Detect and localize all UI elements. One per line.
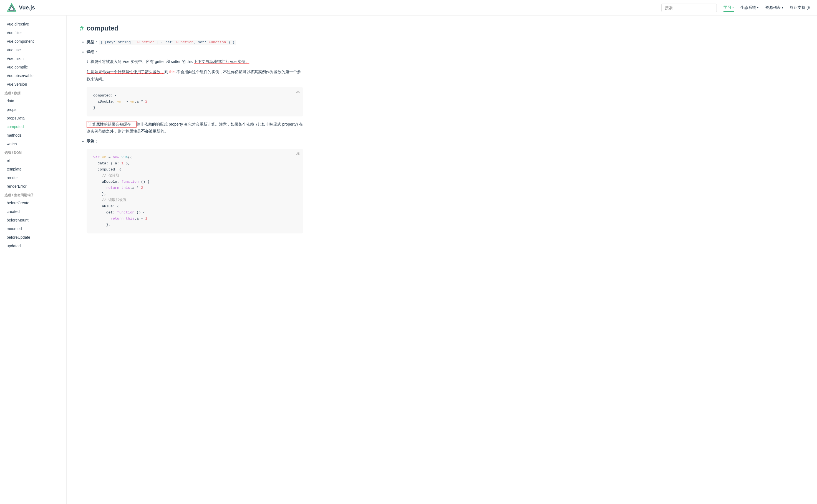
nav-eol[interactable]: 终止支持 (E	[790, 4, 810, 11]
detail-text-1: 计算属性将被混入到 Vue 实例中。所有 getter 和 setter 的 t…	[87, 58, 303, 65]
page-title: # computed	[80, 24, 303, 32]
type-section: 类型： { [key: string]: Function | { get: F…	[80, 39, 303, 233]
code2-line10: get: function () {	[93, 210, 296, 216]
note-text: 计算属性的结果会被缓存，除非依赖的响应式 property 变化才会重新计算。注…	[87, 121, 303, 135]
code2-line12: },	[93, 222, 296, 228]
code2-line1: var vm = new Vue({	[93, 154, 296, 161]
logo-text: Vue.js	[19, 4, 35, 11]
hash-symbol: #	[80, 24, 83, 32]
code-line-3: }	[93, 105, 296, 111]
search-container	[661, 4, 717, 12]
detail-text-2: 注意如果你为一个计算属性使用了箭头函数，则 this 不会指向这个组件的实例，不…	[87, 68, 303, 82]
sidebar-item-vue-compile[interactable]: Vue.compile	[0, 63, 66, 72]
sidebar-item-mounted[interactable]: mounted	[0, 225, 66, 233]
header-nav: 学习 ▾ 生态系统 ▾ 资源列表 ▾ 终止支持 (E	[724, 4, 810, 12]
sidebar-item-vue-filter[interactable]: Vue.filter	[0, 29, 66, 37]
sidebar-group-dom: el template render renderError	[0, 156, 66, 191]
sidebar-section-lifecycle: 选项 / 生命周期钩子	[0, 191, 66, 199]
sidebar-item-computed[interactable]: computed	[0, 123, 66, 131]
sidebar-item-vue-directive[interactable]: Vue.directive	[0, 20, 66, 29]
example-label: 示例	[87, 139, 94, 143]
chevron-down-icon: ▾	[732, 6, 734, 9]
sidebar: Vue.directive Vue.filter Vue.component V…	[0, 16, 67, 247]
nav-learn[interactable]: 学习 ▾	[724, 4, 734, 12]
sidebar-item-vue-use[interactable]: Vue.use	[0, 46, 66, 54]
sidebar-item-beforeupdate[interactable]: beforeUpdate	[0, 233, 66, 242]
detail-label: 详细	[87, 50, 94, 54]
title-text: computed	[87, 24, 118, 32]
header: Vue.js 学习 ▾ 生态系统 ▾ 资源列表 ▾ 终止支持 (E	[0, 0, 817, 16]
vue-logo-icon	[7, 3, 17, 13]
sidebar-item-data[interactable]: data	[0, 97, 66, 105]
code-line-2: aDouble: vm => vm.a * 2	[93, 99, 296, 105]
nav-ecosystem[interactable]: 生态系统 ▾	[740, 4, 758, 11]
sidebar-item-created[interactable]: created	[0, 207, 66, 216]
sidebar-item-watch[interactable]: watch	[0, 140, 66, 148]
sidebar-item-vue-version[interactable]: Vue.version	[0, 80, 66, 89]
code-block-1: JS computed: { aDouble: vm => vm.a * 2 }	[87, 87, 303, 116]
type-item: 类型： { [key: string]: Function | { get: F…	[87, 39, 303, 45]
sidebar-section-dom: 选项 / DOM	[0, 148, 66, 156]
nav-resources[interactable]: 资源列表 ▾	[765, 4, 783, 11]
sidebar-item-template[interactable]: template	[0, 165, 66, 174]
main-content: # computed 类型： { [key: string]: Function…	[67, 16, 316, 247]
sidebar-item-beforecreate[interactable]: beforeCreate	[0, 199, 66, 207]
sidebar-item-vue-mixin[interactable]: Vue.mixin	[0, 54, 66, 63]
chevron-down-icon: ▾	[757, 6, 758, 9]
sidebar-section-data: 选项 / 数据	[0, 89, 66, 97]
code2-line4: // 仅读取	[93, 173, 296, 179]
sidebar-group-global: Vue.directive Vue.filter Vue.component V…	[0, 20, 66, 89]
search-input[interactable]	[661, 4, 717, 12]
sidebar-item-rendererror[interactable]: renderError	[0, 182, 66, 191]
code2-line2: data: { a: 1 },	[93, 161, 296, 167]
logo[interactable]: Vue.js	[7, 3, 35, 13]
chevron-down-icon: ▾	[782, 6, 783, 9]
sidebar-item-el[interactable]: el	[0, 156, 66, 165]
code2-line7: },	[93, 191, 296, 197]
sidebar-item-vue-observable[interactable]: Vue.observable	[0, 72, 66, 80]
code-line-1: computed: {	[93, 93, 296, 99]
sidebar-item-vue-component[interactable]: Vue.component	[0, 37, 66, 46]
page-layout: Vue.directive Vue.filter Vue.component V…	[0, 16, 817, 247]
code-block-2: JS var vm = new Vue({ data: { a: 1 }, co…	[87, 149, 303, 233]
detail-item: 详细： 计算属性将被混入到 Vue 实例中。所有 getter 和 setter…	[87, 49, 303, 135]
sidebar-item-props[interactable]: props	[0, 105, 66, 114]
code2-line6: return this.a * 2	[93, 185, 296, 191]
sidebar-item-render[interactable]: render	[0, 174, 66, 182]
code2-line8: // 读取和设置	[93, 197, 296, 203]
highlight-box: 计算属性的结果会被缓存，	[87, 121, 136, 128]
code2-line3: computed: {	[93, 167, 296, 173]
sidebar-item-beforemount[interactable]: beforeMount	[0, 216, 66, 225]
code-lang-1: JS	[296, 89, 300, 95]
sidebar-group-data: data props propsData computed methods wa…	[0, 97, 66, 148]
sidebar-item-propsdata[interactable]: propsData	[0, 114, 66, 123]
code-lang-2: JS	[296, 151, 300, 156]
type-value: { [key: string]: Function | { get: Funct…	[99, 40, 236, 45]
example-item: 示例： JS var vm = new Vue({ data: { a: 1 }…	[87, 138, 303, 233]
code2-line11: return this.a + 1	[93, 216, 296, 222]
sidebar-item-updated[interactable]: updated	[0, 242, 66, 247]
sidebar-item-methods[interactable]: methods	[0, 131, 66, 140]
code2-line5: aDouble: function () {	[93, 179, 296, 185]
type-label: 类型	[87, 40, 94, 44]
code2-line9: aPlus: {	[93, 203, 296, 210]
sidebar-group-lifecycle: beforeCreate created beforeMount mounted…	[0, 199, 66, 247]
bold-text: 不会	[141, 129, 149, 133]
